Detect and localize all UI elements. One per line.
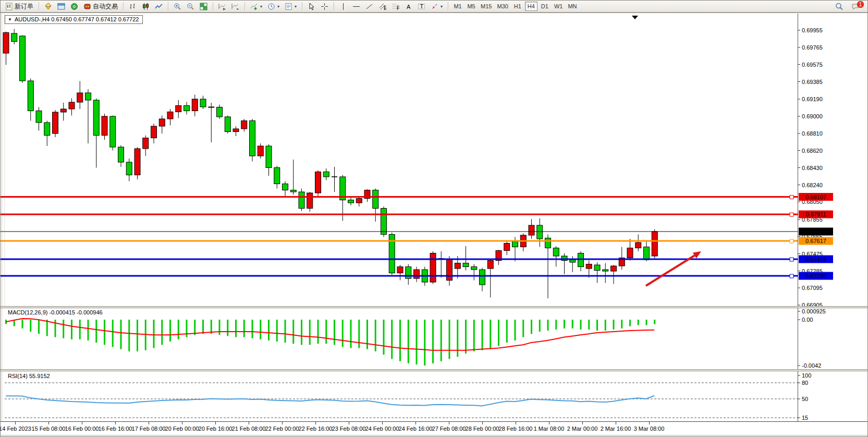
zoom-in-button[interactable] xyxy=(171,1,184,11)
down-candle xyxy=(118,147,124,162)
line-anchor-handle[interactable] xyxy=(790,258,793,261)
time-axis-label: 2 Mar 00:00 xyxy=(567,426,598,432)
timeframe-m30[interactable]: M30 xyxy=(495,2,510,11)
time-axis: 14 Feb 202315 Feb 08:0016 Feb 00:0016 Fe… xyxy=(1,421,868,437)
dropdown-caret-icon[interactable]: ▾ xyxy=(441,4,443,9)
timeframe-m15[interactable]: M15 xyxy=(479,2,494,11)
templates-button[interactable]: ▾ xyxy=(282,1,299,11)
line-anchor-handle[interactable] xyxy=(790,239,793,243)
down-candle xyxy=(480,270,485,285)
timeframe-h4[interactable]: H4 xyxy=(525,2,537,11)
line-chart-button[interactable] xyxy=(152,1,165,11)
down-candle xyxy=(250,121,255,156)
price-badge-label: 0.67230 xyxy=(805,273,826,279)
price-chart-pane[interactable]: 0.699550.697650.695750.693850.691900.690… xyxy=(1,14,868,306)
trendline-button[interactable] xyxy=(363,1,376,11)
line-chart-icon xyxy=(155,3,163,10)
up-candle xyxy=(430,253,436,283)
up-candle xyxy=(315,172,321,193)
up-candle xyxy=(3,33,9,54)
search-button[interactable] xyxy=(833,1,846,11)
crosshair-icon xyxy=(321,3,328,10)
price-chart-canvas[interactable]: 0.699550.697650.695750.693850.691900.690… xyxy=(1,14,868,306)
svg-text:F: F xyxy=(397,5,399,10)
macd-label: MACD(12,26,9) -0.000415 -0.000946 xyxy=(8,309,103,315)
equidistant-channel-button[interactable]: E xyxy=(376,1,389,11)
down-candle xyxy=(644,247,650,260)
vertical-line-button[interactable] xyxy=(337,1,350,11)
time-axis-label: 28 Feb 00:00 xyxy=(466,426,499,432)
toolbar-separator xyxy=(448,2,448,10)
auto-scroll-button[interactable] xyxy=(216,1,229,11)
chart-shift-button[interactable] xyxy=(229,1,242,11)
chart-title-box[interactable]: ▼ AUDUSD-,H4 0.67450 0.67747 0.67412 0.6… xyxy=(5,15,143,24)
dropdown-caret-icon[interactable]: ▾ xyxy=(295,4,297,9)
up-candle xyxy=(167,112,173,119)
candlestick-chart-button[interactable] xyxy=(139,1,152,11)
data-window-button[interactable] xyxy=(55,1,68,11)
macd-canvas[interactable]: MACD(12,26,9) -0.000415 -0.0009460.00092… xyxy=(1,308,868,369)
dropdown-caret-icon[interactable]: ▾ xyxy=(277,4,279,9)
alerts-button[interactable] xyxy=(68,1,81,11)
price-axis-label: 0.69955 xyxy=(802,27,823,33)
time-axis-label: 15 Feb 08:00 xyxy=(32,426,66,432)
market-depth-button[interactable] xyxy=(42,1,55,11)
cursor-button[interactable] xyxy=(305,1,318,11)
text-label-button[interactable]: T xyxy=(415,1,428,11)
notifications-button[interactable]: 1 xyxy=(849,1,865,11)
toolbar-separator xyxy=(39,2,39,10)
time-axis-label: 21 Feb 08:00 xyxy=(232,426,266,432)
timeframe-d1[interactable]: D1 xyxy=(539,2,551,11)
price-axis-labels: 0.699550.697650.695750.693850.691900.690… xyxy=(798,27,823,306)
bar-chart-button[interactable] xyxy=(126,1,139,11)
timeframe-m1[interactable]: M1 xyxy=(451,2,464,11)
timeframe-mn[interactable]: MN xyxy=(566,2,579,11)
down-candle xyxy=(406,267,411,279)
macd-pane[interactable]: MACD(12,26,9) -0.000415 -0.0009460.00092… xyxy=(1,308,868,369)
data-window-icon xyxy=(57,3,65,10)
tile-windows-icon xyxy=(200,3,207,10)
price-axis-label: 0.67095 xyxy=(802,285,823,291)
autotrading-button[interactable]: 自动交易 xyxy=(81,1,120,11)
toolbar-separator xyxy=(334,2,334,10)
toolbar-group: 自动交易 xyxy=(42,1,120,12)
indicators-button[interactable]: ▾ xyxy=(248,1,265,11)
trend-arrow-object[interactable] xyxy=(646,251,701,286)
time-axis-label: 22 Feb 16:00 xyxy=(299,426,333,432)
down-candle xyxy=(537,225,543,239)
price-badge-label: 0.67911 xyxy=(806,211,826,217)
periods-button[interactable]: ▾ xyxy=(265,1,282,11)
mt4-window: 新订单自动交易▾▾▾EFAT▾M1M5M15M30H1H4D1W1MN1 0.6… xyxy=(0,0,868,437)
timeframe-w1[interactable]: W1 xyxy=(552,2,565,11)
fibonacci-button[interactable]: F xyxy=(389,1,402,11)
up-candle xyxy=(504,244,510,251)
down-candle xyxy=(463,263,469,267)
timeframe-h1[interactable]: H1 xyxy=(511,2,524,11)
tile-windows-button[interactable] xyxy=(197,1,210,11)
new-order-button[interactable]: 新订单 xyxy=(3,1,36,11)
time-axis-label: 3 Mar 08:00 xyxy=(634,426,665,432)
down-candle xyxy=(553,248,559,257)
crosshair-button[interactable] xyxy=(318,1,331,11)
chart-shift-marker-icon[interactable] xyxy=(632,16,638,19)
symbol-dropdown-icon[interactable]: ▼ xyxy=(8,17,12,22)
up-candle xyxy=(487,261,493,269)
rsi-pane[interactable]: RSI(14) 55.9152100805015 xyxy=(1,371,868,421)
up-candle xyxy=(455,263,460,269)
rsi-canvas[interactable]: RSI(14) 55.9152100805015 xyxy=(1,371,868,421)
line-anchor-handle[interactable] xyxy=(790,274,793,278)
down-candle xyxy=(570,260,576,262)
down-candle xyxy=(209,107,214,107)
up-candle xyxy=(447,259,453,281)
timeframe-m5[interactable]: M5 xyxy=(465,2,478,11)
up-candle xyxy=(151,126,157,138)
line-anchor-handle[interactable] xyxy=(790,196,793,199)
toolbar-group: 新订单 xyxy=(3,1,36,12)
line-anchor-handle[interactable] xyxy=(790,213,793,216)
arrows-button[interactable]: ▾ xyxy=(428,1,445,11)
price-axis-label: 0.68810 xyxy=(802,130,823,137)
text-button[interactable]: A xyxy=(402,1,415,11)
zoom-out-button[interactable] xyxy=(184,1,197,11)
dropdown-caret-icon[interactable]: ▾ xyxy=(260,4,262,9)
horizontal-line-button[interactable] xyxy=(350,1,363,11)
